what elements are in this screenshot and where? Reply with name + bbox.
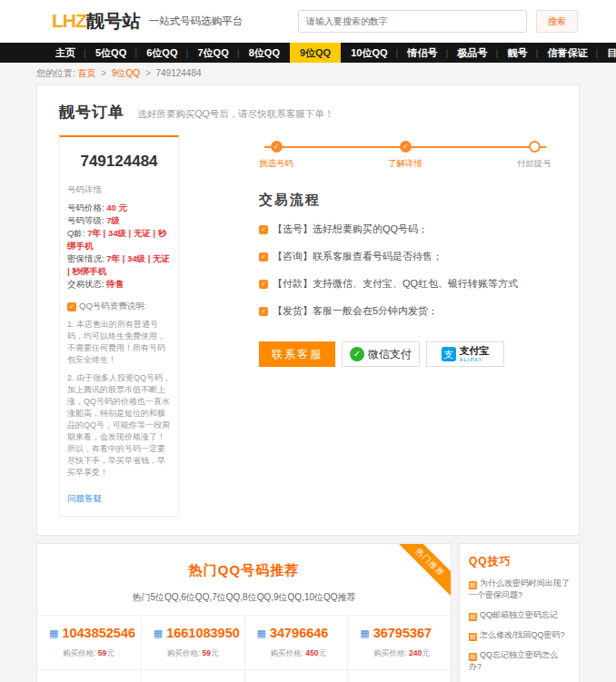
qq-number-item[interactable]: ▦78393887 购买价格: 138元 bbox=[141, 669, 244, 682]
step-pick-number: ✓ 挑选号码 bbox=[259, 141, 293, 170]
fee-notice-header: ✓ QQ号码资费说明: bbox=[67, 301, 171, 312]
detail-row-security: 密保情况: 7年 | 34级 | 无证 | 秒绑手机 bbox=[67, 252, 171, 278]
qq-number-item[interactable]: ▦36795367 购买价格: 240元 bbox=[347, 616, 451, 669]
progress-steps: ✓ 挑选号码 ✓ 了解详情 付款提号 bbox=[259, 141, 557, 170]
breadcrumb-separator: > bbox=[145, 68, 151, 78]
grid-icon: ▦ bbox=[154, 628, 163, 639]
breadcrumb-home[interactable]: 首页 bbox=[78, 68, 96, 78]
nav-item-catalog[interactable]: 目录选号 bbox=[598, 43, 616, 63]
check-icon: ✓ bbox=[259, 280, 268, 289]
search-input[interactable] bbox=[298, 10, 527, 33]
fee-notice-title: QQ号码资费说明: bbox=[79, 301, 146, 312]
order-right-column: ✓ 挑选号码 ✓ 了解详情 付款提号 交易流程 ✓ 【选号】选好想要购买 bbox=[259, 135, 557, 517]
sidebar: QQ技巧 靓为什么改密码时间出现了一个密保问题? 靓QQ邮箱独立密码忘记 靓怎么… bbox=[459, 543, 580, 682]
tip-link[interactable]: 靓QQ忘记独立密码怎么办? bbox=[469, 649, 570, 673]
breadcrumb-separator: > bbox=[101, 68, 106, 78]
qq-number-item[interactable]: ▦1944654631 购买价格: 22元 bbox=[37, 669, 141, 682]
detail-row-level: 号码等级: 7级 bbox=[67, 214, 171, 227]
nav-item-qq8[interactable]: 8位QQ bbox=[239, 43, 290, 63]
hot-title: 热门QQ号码推荐 bbox=[37, 562, 451, 579]
nav-item-premium[interactable]: 极品号 bbox=[448, 43, 498, 63]
grid-icon: ▦ bbox=[49, 628, 58, 639]
tip-link[interactable]: 靓QQ邮箱独立密码忘记 bbox=[469, 609, 570, 621]
site-tagline: 一站式号码选购平台 bbox=[149, 15, 243, 28]
breadcrumb-current: 749124484 bbox=[156, 68, 202, 78]
step-view-details: ✓ 了解详情 bbox=[388, 141, 422, 170]
step-done-check-icon: ✓ bbox=[400, 141, 412, 153]
nav-item-couple[interactable]: 情侣号 bbox=[398, 43, 448, 63]
step-todo-circle-icon bbox=[529, 141, 541, 153]
step-done-check-icon: ✓ bbox=[271, 141, 283, 153]
logo-text-cn: 靓号站 bbox=[86, 9, 141, 34]
contact-service-button[interactable]: 联系客服 bbox=[259, 341, 335, 367]
qq-number-item[interactable]: ▦787098367 购买价格: 21元 bbox=[244, 669, 348, 682]
fee-notice-1: 1. 本店售出的所有普通号码，均可以终生免费使用，不需要任何费用！所有号码包安全… bbox=[67, 319, 171, 366]
nav-item-qq9-active[interactable]: 9位QQ bbox=[290, 43, 341, 63]
qq-number-item[interactable]: ▦1043852546 购买价格: 59元 bbox=[37, 616, 141, 669]
hot-numbers-panel: 热门推荐 热门QQ号码推荐 热门5位QQ,6位QQ,7位QQ,8位QQ,9位QQ… bbox=[36, 543, 452, 682]
detail-row-price: 号码价格: 40 元 bbox=[67, 202, 171, 214]
search-box: 搜索 bbox=[298, 10, 578, 33]
tip-icon: 靓 bbox=[469, 653, 477, 661]
step-pay-get-number: 付款提号 bbox=[517, 141, 551, 170]
tip-icon: 靓 bbox=[469, 581, 477, 589]
check-icon: ✓ bbox=[259, 225, 268, 234]
fee-notice-2: 2. 由于很多人投资QQ号码，加上腾讯的股票市值不断上涨，QQ号码的价格也一直水… bbox=[67, 372, 171, 479]
tip-link[interactable]: 靓怎么修改/找回QQ密码? bbox=[469, 629, 570, 641]
alipay-icon: 支 bbox=[442, 347, 456, 361]
nav-item-qq7[interactable]: 7位QQ bbox=[187, 43, 238, 63]
qq-tips-panel: QQ技巧 靓为什么改密码时间出现了一个密保问题? 靓QQ邮箱独立密码忘记 靓怎么… bbox=[459, 543, 580, 682]
check-icon: ✓ bbox=[67, 302, 76, 311]
qq-tips-title: QQ技巧 bbox=[469, 554, 570, 569]
site-logo[interactable]: LHZ 靓号站 bbox=[52, 9, 141, 34]
wechat-pay-button[interactable]: ✓ 微信支付 bbox=[342, 341, 420, 367]
breadcrumb-prefix: 您的位置: bbox=[36, 68, 75, 78]
grid-icon: ▦ bbox=[360, 628, 369, 639]
detail-row-qage: Q龄: 7年 | 34级 | 无证 | 秒绑手机 bbox=[67, 227, 171, 252]
hot-numbers-grid: ▦1043852546 购买价格: 59元 ▦1661083950 购买价格: … bbox=[37, 615, 451, 682]
check-icon: ✓ bbox=[259, 307, 268, 316]
nav-item-qq6[interactable]: 6位QQ bbox=[136, 43, 187, 63]
detail-row-status: 交易状态: 待售 bbox=[67, 278, 171, 291]
details-title: 号码详情 bbox=[67, 184, 171, 196]
nav-item-pretty[interactable]: 靓号 bbox=[498, 43, 538, 63]
process-item-select: ✓ 【选号】选好想要购买的QQ号码； bbox=[259, 222, 557, 236]
number-detail-card: 749124484 号码详情 号码价格: 40 元 号码等级: 7级 Q龄: 7… bbox=[59, 135, 179, 517]
alipay-button[interactable]: 支 支付宝 ALIPAY bbox=[426, 341, 504, 367]
order-subtitle: 选好所要购买QQ号后，请尽快联系客服下单！ bbox=[137, 108, 333, 119]
qq-number-item[interactable]: ▦516340134 购买价格: 1125元 bbox=[347, 669, 451, 682]
tip-icon: 靓 bbox=[469, 613, 477, 621]
breadcrumb: 您的位置: 首页 > 9位QQ > 749124484 bbox=[0, 63, 616, 84]
wechat-icon: ✓ bbox=[350, 347, 364, 361]
process-item-pay: ✓ 【付款】支持微信、支付宝、QQ红包、银行转账等方式 bbox=[259, 277, 557, 291]
faq-link[interactable]: 问题答疑 bbox=[67, 493, 102, 505]
process-title: 交易流程 bbox=[259, 192, 557, 209]
tip-link[interactable]: 靓为什么改密码时间出现了一个密保问题? bbox=[469, 578, 570, 601]
payment-buttons: 联系客服 ✓ 微信支付 支 支付宝 ALIPAY bbox=[259, 341, 557, 367]
qq-number-item[interactable]: ▦34796646 购买价格: 450元 bbox=[244, 616, 348, 669]
nav-item-qq5[interactable]: 5位QQ bbox=[85, 43, 136, 63]
hot-subtitle: 热门5位QQ,6位QQ,7位QQ,8位QQ,9位QQ,10位QQ推荐 bbox=[37, 591, 451, 604]
search-button[interactable]: 搜索 bbox=[536, 10, 578, 33]
main-navbar: 主页 5位QQ 6位QQ 7位QQ 8位QQ 9位QQ 10位QQ 情侣号 极品… bbox=[0, 43, 616, 63]
order-panel: 靓号订单 选好所要购买QQ号后，请尽快联系客服下单！ 749124484 号码详… bbox=[36, 84, 580, 536]
nav-item-home[interactable]: 主页 bbox=[45, 43, 85, 63]
breadcrumb-category[interactable]: 9位QQ bbox=[112, 68, 140, 78]
process-item-deliver: ✓ 【发货】客服一般会在5分钟内发货； bbox=[259, 304, 557, 318]
order-title: 靓号订单 bbox=[59, 104, 124, 121]
header: LHZ 靓号站 一站式号码选购平台 搜索 bbox=[0, 0, 616, 43]
logo-text-lhz: LHZ bbox=[52, 10, 86, 32]
tip-icon: 靓 bbox=[469, 633, 477, 641]
nav-item-qq10[interactable]: 10位QQ bbox=[341, 43, 397, 63]
nav-item-credit[interactable]: 信誉保证 bbox=[538, 43, 598, 63]
qq-number: 749124484 bbox=[67, 146, 171, 184]
qq-number-item[interactable]: ▦1661083950 购买价格: 59元 bbox=[141, 616, 244, 669]
check-icon: ✓ bbox=[259, 252, 268, 262]
process-item-consult: ✓ 【咨询】联系客服查看号码是否待售； bbox=[259, 250, 557, 263]
grid-icon: ▦ bbox=[257, 628, 266, 639]
